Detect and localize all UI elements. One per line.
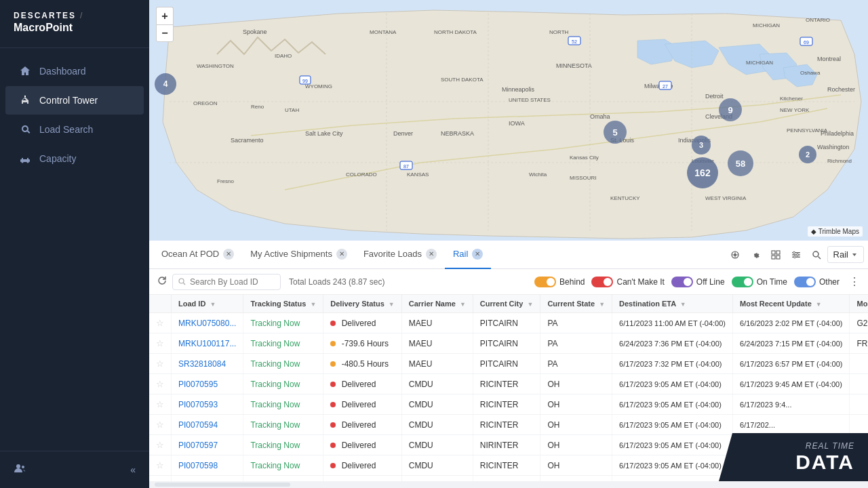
load-id-link[interactable]: PI0070594 — [178, 420, 218, 430]
map-cluster-4[interactable]: 4 — [155, 73, 176, 95]
star-icon[interactable]: ☆ — [156, 440, 164, 450]
load-id-link[interactable]: PI0070595 — [178, 380, 218, 389]
cell-recent-update: 6/16/2023 2:02 PM ET (-04:00) — [733, 313, 850, 333]
refresh-button[interactable] — [157, 276, 167, 287]
load-id-link[interactable]: PI0070597 — [178, 441, 218, 450]
search-input[interactable] — [190, 277, 271, 287]
cell-star[interactable]: ☆ — [149, 476, 172, 482]
cell-star[interactable]: ☆ — [149, 455, 172, 476]
filter-behind[interactable]: Behind — [534, 277, 585, 287]
toolbar-settings-icon[interactable] — [746, 245, 765, 264]
on-time-toggle[interactable] — [732, 277, 753, 287]
more-options-button[interactable]: ⋮ — [849, 275, 860, 288]
scrollbar-track[interactable] — [155, 483, 290, 487]
map-cluster-162[interactable]: 162 — [687, 157, 718, 188]
toolbar-config-icon[interactable] — [787, 245, 806, 264]
star-icon[interactable]: ☆ — [156, 481, 164, 481]
load-id-search-box[interactable] — [172, 274, 281, 290]
svg-line-87 — [818, 256, 821, 259]
cell-load-id: MRKU075080... — [172, 313, 243, 333]
filter-other[interactable]: Other — [794, 277, 840, 287]
filter-on-time[interactable]: On Time — [732, 277, 787, 287]
map-cluster-5[interactable]: 5 — [604, 121, 627, 144]
filter-off-line[interactable]: Off Line — [671, 277, 725, 287]
map-cluster-58[interactable]: 58 — [728, 150, 753, 176]
load-id-link[interactable]: SUDU134263... — [178, 481, 235, 482]
cant-make-it-label: Can't Make It — [616, 277, 664, 287]
load-id-link[interactable]: PI0070593 — [178, 400, 218, 409]
map-cluster-9[interactable]: 9 — [719, 98, 742, 121]
star-icon[interactable]: ☆ — [156, 420, 164, 430]
load-id-link[interactable]: SR32818084 — [178, 359, 226, 369]
star-icon[interactable]: ☆ — [156, 379, 164, 389]
col-current-city[interactable]: Current City ▼ — [473, 295, 540, 313]
col-delivery-status[interactable]: Delivery Status ▼ — [323, 295, 401, 313]
map-background: Minneapolis Omaha Milwaukee Detroit Clev… — [149, 0, 868, 241]
svg-text:NORTH: NORTH — [549, 29, 569, 35]
tab-close-rail[interactable]: ✕ — [472, 249, 483, 260]
cell-star[interactable]: ☆ — [149, 313, 172, 333]
map-cluster-3[interactable]: 3 — [692, 136, 711, 155]
toolbar-network-icon[interactable] — [726, 245, 745, 264]
star-icon[interactable]: ☆ — [156, 460, 164, 470]
delivery-dot — [330, 463, 336, 468]
sidebar-item-dashboard[interactable]: Dashboard — [5, 57, 144, 85]
map-container: Minneapolis Omaha Milwaukee Detroit Clev… — [149, 0, 868, 241]
cell-star[interactable]: ☆ — [149, 374, 172, 394]
cell-star[interactable]: ☆ — [149, 415, 172, 435]
load-id-link[interactable]: MRKU100117... — [178, 339, 236, 348]
cell-star[interactable]: ☆ — [149, 333, 172, 354]
filter-cant-make-it[interactable]: Can't Make It — [591, 277, 664, 287]
col-current-state[interactable]: Current State ▼ — [540, 295, 612, 313]
toolbar-search-icon[interactable] — [807, 245, 826, 264]
col-most-recent-update[interactable]: Most Recent Update ▼ — [733, 295, 850, 313]
tab-my-active-shipments[interactable]: My Active Shipments ✕ — [242, 241, 355, 269]
tab-close-favorite-loads[interactable]: ✕ — [426, 249, 437, 260]
star-icon[interactable]: ☆ — [156, 338, 164, 348]
tab-close-my-active-shipments[interactable]: ✕ — [336, 249, 347, 260]
tracking-status-value: Tracking Now — [250, 461, 300, 470]
zoom-in-button[interactable]: + — [156, 7, 174, 24]
star-icon[interactable]: ☆ — [156, 399, 164, 409]
total-loads-label: Total Loads 243 (8.87 sec) — [289, 277, 384, 287]
horizontal-scrollbar[interactable] — [149, 481, 868, 488]
off-line-toggle[interactable] — [671, 277, 693, 287]
svg-text:COLORADO: COLORADO — [346, 171, 377, 178]
col-most-recent-additional[interactable]: Most Recent Additional S... ▼ — [850, 295, 868, 313]
sidebar-item-control-tower[interactable]: Control Tower — [5, 86, 144, 115]
cell-star[interactable]: ☆ — [149, 394, 172, 415]
svg-text:Oshawa: Oshawa — [800, 70, 821, 76]
cell-carrier: CMDU — [401, 435, 473, 455]
toolbar-grid-icon[interactable] — [766, 245, 785, 264]
behind-toggle[interactable] — [534, 277, 556, 287]
cell-additional — [850, 354, 868, 374]
cell-star[interactable]: ☆ — [149, 435, 172, 455]
sidebar-item-capacity[interactable]: Capacity — [5, 144, 144, 173]
tab-close-ocean-at-pod[interactable]: ✕ — [223, 249, 234, 260]
load-id-link[interactable]: PI0070598 — [178, 461, 218, 470]
col-destination-eta[interactable]: Destination ETA ▼ — [612, 295, 733, 313]
zoom-out-button[interactable]: − — [156, 24, 174, 42]
rail-dropdown[interactable]: Rail — [827, 246, 864, 263]
map-cluster-2[interactable]: 2 — [799, 146, 816, 163]
tab-rail[interactable]: Rail ✕ — [445, 241, 491, 269]
col-carrier-name[interactable]: Carrier Name ▼ — [401, 295, 473, 313]
tab-favorite-loads[interactable]: Favorite Loads ✕ — [355, 241, 445, 269]
sidebar-item-load-search[interactable]: Load Search — [5, 115, 144, 144]
cant-make-it-toggle[interactable] — [591, 277, 613, 287]
svg-text:Wichita: Wichita — [529, 171, 547, 178]
col-tracking-status[interactable]: Tracking Status ▼ — [243, 295, 323, 313]
load-id-link[interactable]: MRKU075080... — [178, 319, 236, 328]
star-icon[interactable]: ☆ — [156, 318, 164, 328]
tab-ocean-at-pod[interactable]: Ocean At POD ✕ — [153, 241, 242, 269]
other-toggle[interactable] — [794, 277, 816, 287]
col-load-id[interactable]: Load ID ▼ — [172, 295, 243, 313]
table-toolbar: Total Loads 243 (8.87 sec) Behind Can't … — [149, 269, 868, 295]
logo-descartes: DESCARTES — [14, 11, 76, 20]
user-management-icon[interactable] — [14, 462, 26, 477]
collapse-sidebar-button[interactable]: « — [130, 464, 136, 475]
tracking-status-value: Tracking Now — [250, 319, 300, 328]
cell-star[interactable]: ☆ — [149, 354, 172, 374]
star-icon[interactable]: ☆ — [156, 359, 164, 369]
nav-menu: Dashboard Control Tower Load Search Capa… — [0, 48, 149, 451]
